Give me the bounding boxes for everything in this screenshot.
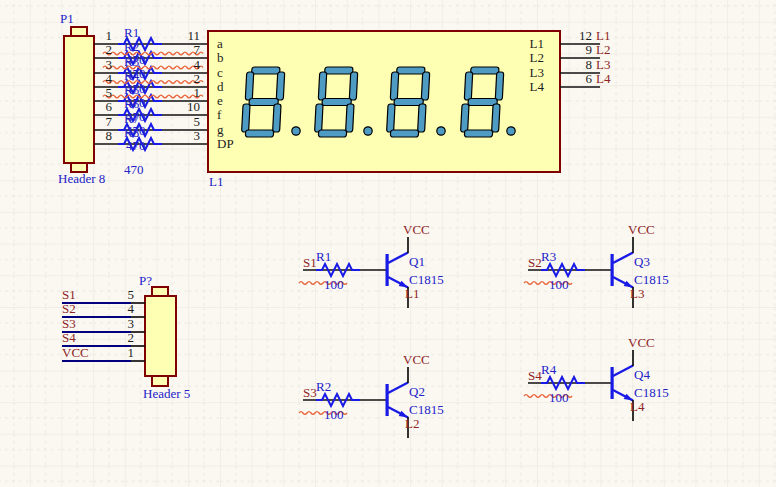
net-label[interactable]: S4 bbox=[62, 331, 76, 345]
net-label[interactable]: VCC bbox=[628, 336, 655, 350]
net-label[interactable]: VCC bbox=[62, 346, 89, 360]
header8-pin-number: 8 bbox=[88, 129, 112, 143]
transistor-part: C1815 bbox=[634, 273, 669, 287]
header5-component-body[interactable] bbox=[145, 287, 176, 386]
net-label[interactable]: S2 bbox=[528, 256, 542, 270]
net-label[interactable]: L1 bbox=[596, 29, 610, 43]
header8-pin-number: 7 bbox=[88, 115, 112, 129]
display-pin-name: e bbox=[217, 94, 223, 108]
display-pin-number: 6 bbox=[564, 72, 592, 86]
resistor-designator[interactable]: R1 bbox=[124, 26, 139, 40]
display-pin-name: L2 bbox=[504, 51, 544, 65]
transistor-designator[interactable]: Q2 bbox=[409, 385, 425, 399]
resistor-value: 470 bbox=[126, 124, 146, 138]
net-label[interactable]: L4 bbox=[630, 400, 644, 414]
transistor-designator[interactable]: Q3 bbox=[634, 255, 650, 269]
net-label[interactable]: S2 bbox=[62, 302, 76, 316]
header5-pin-number: 1 bbox=[110, 346, 134, 360]
header8-designator[interactable]: P1 bbox=[60, 12, 74, 26]
resistor-value: 470 bbox=[126, 53, 146, 67]
transistor-part: C1815 bbox=[634, 386, 669, 400]
transistor-part: C1815 bbox=[409, 403, 444, 417]
transistor-designator[interactable]: Q1 bbox=[409, 255, 425, 269]
display-pin-number: 12 bbox=[564, 29, 592, 43]
resistor-value: 100 bbox=[549, 278, 569, 292]
display-pin-number: 5 bbox=[170, 115, 200, 129]
header8-pin-number: 2 bbox=[88, 43, 112, 57]
resistor-value: 470 bbox=[126, 139, 146, 153]
net-label[interactable]: L2 bbox=[405, 417, 419, 431]
display-pin-number: 2 bbox=[170, 72, 200, 86]
resistor-designator[interactable]: R3 bbox=[541, 250, 556, 264]
resistor-value: 470 bbox=[126, 82, 146, 96]
net-label[interactable]: VCC bbox=[628, 223, 655, 237]
net-label[interactable]: L3 bbox=[630, 287, 644, 301]
resistor-value: 100 bbox=[549, 391, 569, 405]
net-label[interactable]: L4 bbox=[596, 72, 610, 86]
display-pin-number: 10 bbox=[170, 100, 200, 114]
header5-pin-number: 4 bbox=[110, 302, 134, 316]
transistor-part: C1815 bbox=[409, 273, 444, 287]
net-label[interactable]: S3 bbox=[62, 317, 76, 331]
header8-pin-number: 6 bbox=[88, 100, 112, 114]
resistor-value: 100 bbox=[324, 408, 344, 422]
display-designator[interactable]: L1 bbox=[209, 175, 223, 189]
header8-pin-number: 4 bbox=[88, 72, 112, 86]
resistor-designator[interactable]: R2 bbox=[316, 380, 331, 394]
header5-pin-number: 2 bbox=[110, 331, 134, 345]
display-pin-name: d bbox=[217, 80, 224, 94]
resistor-value: 470 bbox=[126, 110, 146, 124]
header8-pin-number: 3 bbox=[88, 58, 112, 72]
header5-pin-number: 5 bbox=[110, 288, 134, 302]
header5-comment[interactable]: Header 5 bbox=[143, 387, 190, 401]
net-label[interactable]: S1 bbox=[303, 256, 317, 270]
resistor-value: 100 bbox=[324, 278, 344, 292]
display-pin-name: b bbox=[217, 51, 224, 65]
schematic-canvas bbox=[0, 0, 776, 487]
net-label[interactable]: S4 bbox=[528, 369, 542, 383]
header8-comment[interactable]: Header 8 bbox=[58, 172, 105, 186]
display-pin-name: a bbox=[217, 37, 223, 51]
display-pin-name: L4 bbox=[504, 80, 544, 94]
schematic-sheet: P1 Header 8 1 2 3 4 5 6 7 8 R1 R2 R3 R4 … bbox=[0, 0, 776, 487]
display-pin-name: g bbox=[217, 123, 224, 137]
header8-pin-number: 5 bbox=[88, 86, 112, 100]
net-label[interactable]: L1 bbox=[405, 287, 419, 301]
header5-pin-number: 3 bbox=[110, 317, 134, 331]
display-pin-number: 7 bbox=[170, 43, 200, 57]
net-label[interactable]: S1 bbox=[62, 288, 76, 302]
resistor-designator[interactable]: R4 bbox=[541, 363, 556, 377]
display-pin-name: f bbox=[217, 108, 221, 122]
display-pin-number: 11 bbox=[170, 29, 200, 43]
resistor-value: 470 bbox=[126, 67, 146, 81]
display-pin-name: L3 bbox=[504, 66, 544, 80]
resistor-designator[interactable]: R1 bbox=[316, 250, 331, 264]
display-pin-number: 3 bbox=[170, 129, 200, 143]
display-pin-name: L1 bbox=[504, 37, 544, 51]
display-pin-number: 9 bbox=[564, 43, 592, 57]
net-label[interactable]: VCC bbox=[403, 353, 430, 367]
display-pin-number: 1 bbox=[170, 86, 200, 100]
resistor-value: 470 bbox=[124, 163, 144, 177]
display-pin-number: 8 bbox=[564, 58, 592, 72]
header8-pin-number: 1 bbox=[88, 29, 112, 43]
display-pin-name: DP bbox=[217, 137, 234, 151]
net-label[interactable]: S3 bbox=[303, 386, 317, 400]
header5-designator[interactable]: P? bbox=[139, 274, 152, 288]
net-label[interactable]: L2 bbox=[596, 43, 610, 57]
net-label[interactable]: L3 bbox=[596, 58, 610, 72]
display-pin-number: 4 bbox=[170, 58, 200, 72]
display-pin-name: c bbox=[217, 66, 223, 80]
net-label[interactable]: VCC bbox=[403, 223, 430, 237]
transistor-designator[interactable]: Q4 bbox=[634, 368, 650, 382]
resistor-value: 470 bbox=[126, 96, 146, 110]
